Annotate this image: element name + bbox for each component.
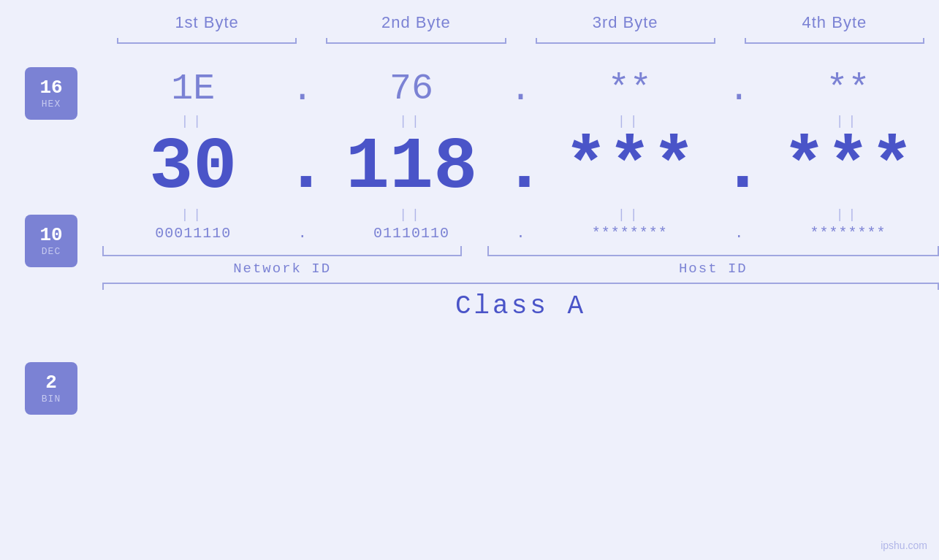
dec-badge-label: DEC	[42, 246, 61, 257]
hex-badge-label: HEX	[42, 99, 61, 110]
bin-row: 00011110 . 01110110 . ******** . *******…	[102, 225, 939, 242]
top-brackets	[0, 37, 939, 50]
main-layout: 1st Byte 2nd Byte 3rd Byte 4th Byte 16 H…	[0, 0, 939, 560]
host-id-label: Host ID	[487, 261, 939, 277]
hex-dot1: .	[284, 69, 321, 110]
dec-dot1: .	[284, 131, 321, 204]
hex-badge-number: 16	[39, 77, 62, 99]
dec-b2: 118	[321, 131, 503, 204]
bracket-byte3	[521, 37, 730, 50]
bracket-byte2	[311, 37, 520, 50]
byte-headers: 1st Byte 2nd Byte 3rd Byte 4th Byte	[0, 13, 939, 32]
dec-row: 30 . 118 . *** . ***	[102, 131, 939, 204]
hex-b3: **	[539, 67, 721, 111]
dec-badge: 10 DEC	[25, 215, 77, 267]
eq2-b4: ||	[757, 207, 939, 222]
hex-row: 1E . 76 . ** . **	[102, 61, 939, 111]
hex-dot3: .	[721, 69, 757, 110]
bottom-area: Network ID Host ID Class A	[102, 246, 939, 321]
hex-dot2: .	[503, 69, 539, 110]
id-labels-row: Network ID Host ID	[102, 261, 939, 277]
bin-dot1: .	[284, 225, 321, 242]
eq2-b1: ||	[102, 207, 284, 222]
byte2-header: 2nd Byte	[311, 13, 520, 32]
bracket-byte1	[102, 37, 311, 50]
class-label: Class A	[102, 291, 939, 321]
watermark: ipshu.com	[881, 540, 927, 551]
dec-b4: ***	[757, 131, 939, 204]
left-badges: 16 HEX 10 DEC 2 BIN	[0, 61, 102, 560]
hex-b1: 1E	[102, 67, 284, 111]
host-bracket	[487, 246, 939, 256]
bin-badge-label: BIN	[42, 394, 61, 404]
hex-b4: **	[757, 67, 939, 111]
full-outer-bracket	[102, 283, 939, 284]
rows-area: 16 HEX 10 DEC 2 BIN 1E .	[0, 61, 939, 560]
dec-dot3: .	[721, 131, 757, 204]
brackets-line-row	[102, 246, 939, 258]
hex-b2: 76	[321, 67, 503, 111]
eq-row-2: || || || ||	[102, 206, 939, 223]
bin-dot2: .	[503, 225, 539, 242]
bin-b4: ********	[757, 225, 939, 242]
byte3-header: 3rd Byte	[521, 13, 730, 32]
bin-b3: ********	[539, 225, 721, 242]
right-content: 1E . 76 . ** . ** || ||	[102, 61, 939, 560]
hex-badge: 16 HEX	[25, 67, 77, 120]
eq2-b3: ||	[539, 207, 721, 222]
bracket-byte4	[730, 37, 939, 50]
dec-badge-number: 10	[39, 225, 62, 246]
dec-b3: ***	[539, 131, 721, 204]
byte1-header: 1st Byte	[102, 13, 311, 32]
bin-b2: 01110110	[321, 225, 503, 242]
network-id-label: Network ID	[102, 261, 462, 277]
bin-badge-number: 2	[45, 372, 57, 394]
bin-badge: 2 BIN	[25, 362, 77, 415]
byte4-header: 4th Byte	[730, 13, 939, 32]
dec-dot2: .	[503, 131, 539, 204]
bin-b1: 00011110	[102, 225, 284, 242]
dec-b1: 30	[102, 131, 284, 204]
network-bracket	[102, 246, 462, 256]
eq2-b2: ||	[321, 207, 503, 222]
bin-dot3: .	[721, 225, 757, 242]
